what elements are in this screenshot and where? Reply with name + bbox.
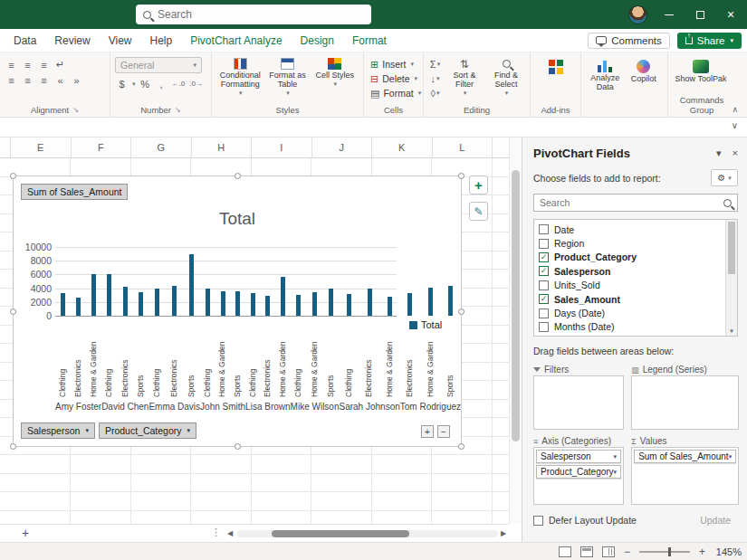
clear-icon[interactable]: ◊▾ <box>428 86 442 100</box>
zoom-out-button[interactable]: − <box>624 546 630 558</box>
zoom-slider[interactable] <box>639 551 690 553</box>
share-button[interactable]: Share ▾ <box>677 33 742 49</box>
vertical-scrollbar-thumb[interactable] <box>512 170 520 441</box>
chart-bar[interactable] <box>388 297 392 316</box>
cell-styles-button[interactable]: Cell Styles ▾ <box>311 57 359 97</box>
user-avatar[interactable] <box>628 5 647 24</box>
chart-bar[interactable] <box>251 293 255 316</box>
titlebar-search[interactable] <box>136 5 371 24</box>
chart-bar[interactable] <box>368 289 372 316</box>
align-left-icon[interactable]: ≡ <box>5 73 18 87</box>
zoom-slider-thumb[interactable] <box>668 547 671 556</box>
defer-layout-checkbox[interactable] <box>533 516 543 526</box>
chart-bar[interactable] <box>347 294 351 316</box>
field-checkbox[interactable] <box>539 239 549 249</box>
format-cells-button[interactable]: ▤ Format ▾ <box>369 86 418 100</box>
area-values-items[interactable]: Sum of Sales_Amount▾ <box>631 447 739 505</box>
pane-close-icon[interactable]: × <box>733 147 738 159</box>
chart-bar[interactable] <box>221 291 225 316</box>
area-field-pill-salesperson[interactable]: Salesperson▾ <box>536 450 621 463</box>
copilot-button[interactable]: Copilot <box>625 57 664 92</box>
pane-search-input[interactable] <box>540 197 718 208</box>
addins-button[interactable] <box>535 57 577 76</box>
menu-tab-view[interactable]: View <box>101 31 140 51</box>
chart-bar[interactable] <box>123 287 128 316</box>
field-row-units-sold[interactable]: Units_Sold <box>539 279 723 292</box>
chart-bar[interactable] <box>91 274 96 316</box>
chart-bar[interactable] <box>296 295 301 316</box>
selection-handle[interactable] <box>458 443 464 450</box>
fill-icon[interactable]: ↓▾ <box>428 71 442 85</box>
selection-handle[interactable] <box>458 308 464 315</box>
chart-bar[interactable] <box>76 298 81 316</box>
field-row-date[interactable]: Date <box>539 223 723 236</box>
zoom-level[interactable]: 145% <box>714 546 742 557</box>
selection-handle[interactable] <box>458 173 464 179</box>
chart-bar[interactable] <box>189 254 194 316</box>
selection-handle[interactable] <box>235 173 241 179</box>
chart-bar[interactable] <box>281 277 285 316</box>
field-checkbox[interactable] <box>539 224 549 234</box>
titlebar-search-input[interactable] <box>158 8 364 21</box>
menu-tab-help[interactable]: Help <box>142 31 181 51</box>
comments-button[interactable]: Comments <box>588 33 670 49</box>
number-format-select[interactable]: General ▾ <box>115 57 202 73</box>
scroll-right-icon[interactable]: ▶ <box>501 529 506 537</box>
format-as-table-button[interactable]: Format as Table ▾ <box>263 57 311 97</box>
comma-style-icon[interactable]: , <box>155 77 168 90</box>
pane-search[interactable] <box>533 194 738 212</box>
chart-bar[interactable] <box>61 293 65 316</box>
chart-bar[interactable] <box>155 289 159 316</box>
selection-handle[interactable] <box>10 308 16 315</box>
wrap-text-icon[interactable]: ↵ <box>53 58 67 71</box>
align-top-icon[interactable]: ≡ <box>5 58 18 71</box>
collapse-field-button[interactable]: − <box>437 425 450 438</box>
menu-tab-format[interactable]: Format <box>344 31 395 51</box>
chart-bar[interactable] <box>235 291 240 316</box>
zoom-in-button[interactable]: + <box>699 546 705 558</box>
chart-bar[interactable] <box>329 289 333 316</box>
column-header-h[interactable]: H <box>192 138 253 157</box>
decrease-decimal-icon[interactable]: .0→ <box>188 77 204 90</box>
insert-cells-button[interactable]: ⊞ Insert ▾ <box>369 57 418 71</box>
area-axis-items[interactable]: Salesperson▾Product_Category▾ <box>533 447 624 505</box>
area-field-pill-product-category[interactable]: Product_Category▾ <box>536 465 621 479</box>
collapse-ribbon-icon[interactable]: ∧ <box>732 105 738 114</box>
alignment-dialog-launcher-icon[interactable]: ↘ <box>72 106 79 114</box>
field-row-months-date[interactable]: Months (Date) <box>539 320 723 334</box>
selection-handle[interactable] <box>10 173 16 179</box>
chart-bar[interactable] <box>407 293 412 316</box>
selection-handle[interactable] <box>10 443 16 450</box>
menu-tab-pivotchart-analyze[interactable]: PivotChart Analyze <box>182 31 290 51</box>
chart-field-button-product-category[interactable]: Product_Category▾ <box>99 422 196 439</box>
chart-bar[interactable] <box>265 296 270 316</box>
column-header-e[interactable]: E <box>11 138 72 157</box>
chart-bar[interactable] <box>172 286 177 316</box>
field-list-scrollbar-thumb[interactable] <box>728 222 735 274</box>
area-legend-items[interactable] <box>631 375 739 430</box>
decrease-indent-icon[interactable]: « <box>53 73 67 87</box>
pivot-chart[interactable]: Sum of Sales_Amount Total 02000400060008… <box>13 176 462 447</box>
column-header-j[interactable]: J <box>312 138 373 157</box>
align-bottom-icon[interactable]: ≡ <box>37 58 51 71</box>
page-layout-view-icon[interactable] <box>580 546 593 557</box>
field-checkbox[interactable]: ✓ <box>539 252 549 262</box>
field-row-product-category[interactable]: ✓Product_Category <box>539 251 723 264</box>
column-header-f[interactable]: F <box>72 138 132 157</box>
align-right-icon[interactable]: ≡ <box>37 73 51 87</box>
scroll-left-icon[interactable]: ◀ <box>227 529 233 537</box>
field-row-sales-amount[interactable]: ✓Sales_Amount <box>539 292 723 306</box>
chart-elements-button[interactable]: + <box>469 176 488 195</box>
area-filters-items[interactable] <box>533 375 624 430</box>
chart-styles-button[interactable]: ✎ <box>469 202 488 221</box>
field-checkbox[interactable]: ✓ <box>539 266 549 276</box>
find-select-button[interactable]: Find & Select ▾ <box>487 57 525 100</box>
update-button[interactable]: Update <box>693 513 738 527</box>
column-header-i[interactable]: I <box>252 138 312 157</box>
field-checkbox[interactable]: ✓ <box>539 294 549 304</box>
show-toolpak-button[interactable]: Show ToolPak <box>673 57 729 84</box>
page-break-preview-icon[interactable] <box>602 546 615 557</box>
analyze-data-button[interactable]: Analyze Data <box>586 57 625 92</box>
field-checkbox[interactable] <box>539 280 549 290</box>
vertical-scrollbar[interactable] <box>509 138 522 524</box>
